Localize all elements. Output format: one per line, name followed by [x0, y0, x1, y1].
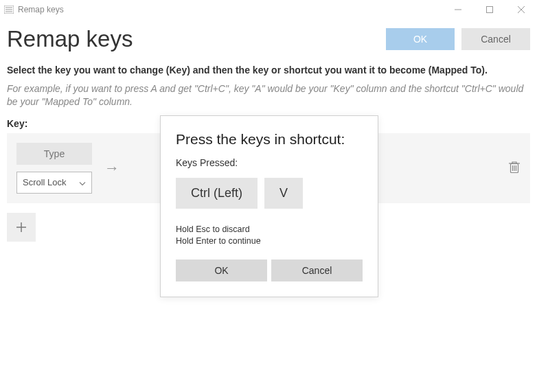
dialog-cancel-button[interactable]: Cancel	[271, 260, 363, 281]
dialog-ok-button[interactable]: OK	[176, 260, 267, 281]
delete-row-button[interactable]	[508, 160, 521, 176]
page-title: Remap keys	[7, 26, 379, 52]
titlebar: Remap keys	[0, 0, 537, 19]
type-key-button[interactable]: Type	[16, 143, 92, 165]
cancel-button[interactable]: Cancel	[461, 28, 530, 50]
dialog-hint: Hold Esc to discard Hold Enter to contin…	[176, 224, 363, 247]
maximize-button[interactable]	[474, 0, 505, 19]
key-column-cell: Type Scroll Lock	[16, 143, 92, 194]
instructions-lead: Select the key you want to change (Key) …	[7, 65, 530, 76]
add-row-button[interactable]	[7, 213, 36, 242]
key-select-value: Scroll Lock	[23, 177, 67, 187]
svg-rect-5	[487, 7, 493, 13]
arrow-icon: →	[102, 159, 122, 177]
dialog-title: Press the keys in shortcut:	[176, 131, 363, 148]
close-button[interactable]	[505, 0, 537, 19]
key-select[interactable]: Scroll Lock	[16, 172, 92, 194]
page-header: Remap keys OK Cancel	[0, 19, 537, 65]
ok-button[interactable]: OK	[386, 28, 455, 50]
window-title: Remap keys	[18, 5, 64, 14]
keys-pressed: Ctrl (Left) V	[176, 178, 363, 209]
keycap: Ctrl (Left)	[176, 178, 258, 209]
app-icon	[4, 5, 14, 14]
dialog-subtitle: Keys Pressed:	[176, 157, 363, 168]
instructions-example: For example, if you want to press A and …	[7, 82, 530, 108]
keycap: V	[264, 178, 303, 209]
minimize-button[interactable]	[442, 0, 474, 19]
dialog-hint-discard: Hold Esc to discard	[176, 224, 363, 235]
instructions: Select the key you want to change (Key) …	[0, 65, 537, 108]
dialog-buttons: OK Cancel	[176, 260, 363, 281]
chevron-down-icon	[79, 177, 86, 187]
window-controls	[442, 0, 537, 19]
key-column-label: Key:	[7, 118, 144, 129]
shortcut-capture-dialog: Press the keys in shortcut: Keys Pressed…	[160, 115, 378, 297]
dialog-hint-continue: Hold Enter to continue	[176, 235, 363, 247]
